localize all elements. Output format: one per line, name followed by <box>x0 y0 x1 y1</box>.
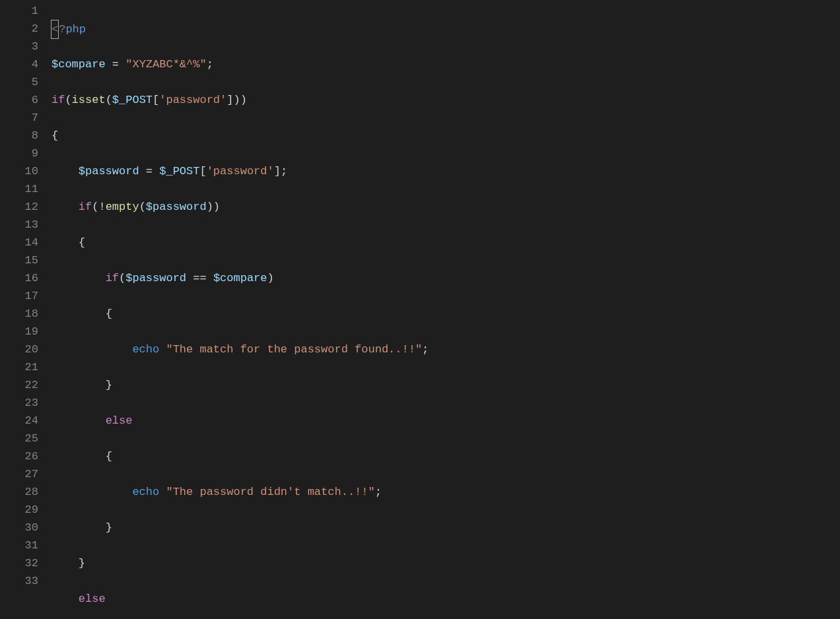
line-number: 13 <box>0 216 38 234</box>
line-number: 28 <box>0 483 38 501</box>
code-line: <?php <box>52 20 840 38</box>
code-line: if(!empty($password)) <box>52 198 840 216</box>
line-number: 14 <box>0 234 38 251</box>
line-number: 18 <box>0 305 38 323</box>
code-line: } <box>52 376 840 394</box>
line-number: 9 <box>0 145 38 162</box>
line-number: 25 <box>0 430 38 447</box>
line-number: 31 <box>0 537 38 554</box>
line-number: 1 <box>0 2 38 20</box>
line-number: 8 <box>0 127 38 145</box>
line-number: 21 <box>0 358 38 376</box>
code-line: { <box>52 305 840 323</box>
code-line: } <box>52 554 840 572</box>
line-number: 16 <box>0 269 38 287</box>
line-number: 10 <box>0 162 38 180</box>
code-line: $compare = "XYZABC*&^%"; <box>52 55 840 73</box>
line-number: 27 <box>0 465 38 483</box>
line-number: 32 <box>0 554 38 572</box>
line-number: 33 <box>0 572 38 590</box>
line-number: 4 <box>0 55 38 73</box>
line-number: 23 <box>0 394 38 412</box>
code-line: } <box>52 519 840 537</box>
code-line: else <box>52 590 840 608</box>
line-number: 20 <box>0 341 38 358</box>
code-line: echo "The match for the password found..… <box>52 341 840 358</box>
line-number: 7 <box>0 109 38 127</box>
line-number: 3 <box>0 38 38 55</box>
line-number: 30 <box>0 519 38 537</box>
code-area[interactable]: <?php $compare = "XYZABC*&^%"; if(isset(… <box>52 0 840 619</box>
code-line: if($password == $compare) <box>52 269 840 287</box>
code-editor[interactable]: 1234567891011121314151617181920212223242… <box>0 0 840 619</box>
line-number: 11 <box>0 180 38 198</box>
code-line: else <box>52 412 840 430</box>
line-number: 15 <box>0 251 38 269</box>
line-number: 17 <box>0 287 38 305</box>
line-number: 24 <box>0 412 38 430</box>
code-line: $password = $_POST['password']; <box>52 162 840 180</box>
line-number: 2 <box>0 20 38 38</box>
code-line: { <box>52 234 840 251</box>
line-number: 19 <box>0 323 38 341</box>
code-line: echo "The password didn't match..!!"; <box>52 483 840 501</box>
line-number: 29 <box>0 501 38 519</box>
line-number: 12 <box>0 198 38 216</box>
line-number: 22 <box>0 376 38 394</box>
line-number: 26 <box>0 447 38 465</box>
code-line: if(isset($_POST['password'])) <box>52 91 840 109</box>
code-line: { <box>52 447 840 465</box>
code-line: { <box>52 127 840 145</box>
line-number: 6 <box>0 91 38 109</box>
line-number-gutter: 1234567891011121314151617181920212223242… <box>0 0 52 619</box>
line-number: 5 <box>0 73 38 91</box>
